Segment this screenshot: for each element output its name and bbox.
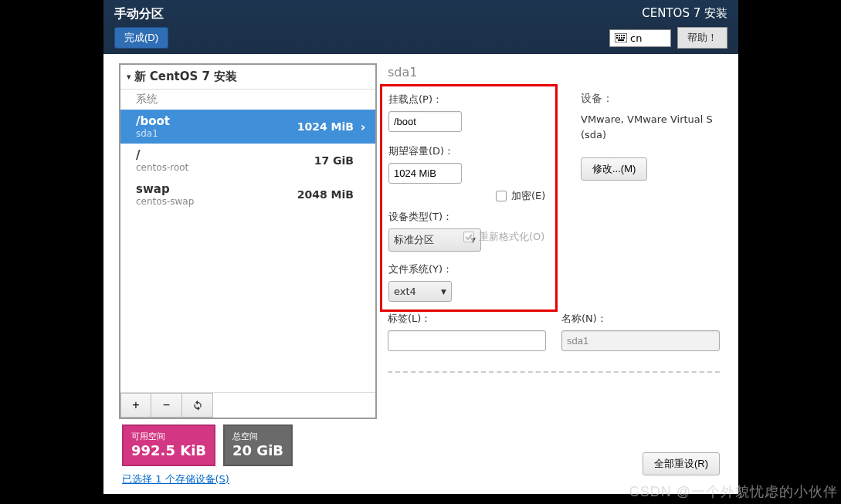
storage-devices-link[interactable]: 已选择 1 个存储设备(S) (122, 473, 229, 485)
name-input[interactable] (561, 330, 720, 351)
reset-all-button[interactable]: 全部重设(R) (643, 452, 720, 475)
footer: 可用空间 992.5 KiB 总空间 20 GiB 已选择 1 个存储设备(S)… (103, 425, 738, 494)
encrypt-label: 加密(E) (511, 189, 545, 203)
detail-title: sda1 (388, 65, 720, 79)
total-space-label: 总空间 (232, 431, 283, 442)
remove-partition-button[interactable]: − (151, 393, 182, 418)
svg-rect-3 (621, 35, 622, 36)
chevron-right-icon: › (358, 188, 368, 202)
svg-rect-8 (623, 37, 625, 39)
free-space-box: 可用空间 992.5 KiB (122, 425, 215, 466)
tree-root[interactable]: 新 CentOS 7 安装 (120, 65, 375, 90)
chevron-down-icon: ▼ (441, 288, 446, 296)
svg-rect-1 (616, 35, 618, 36)
keyboard-icon (615, 33, 627, 42)
desired-capacity-label: 期望容量(D)： (388, 144, 548, 158)
modify-device-button[interactable]: 修改...(M) (581, 157, 647, 181)
partition-row-swap[interactable]: swap centos-swap 2048 MiB › (120, 178, 375, 211)
page-title: 手动分区 (114, 6, 609, 22)
chevron-right-icon: › (358, 154, 368, 168)
body: 新 CentOS 7 安装 系统 /boot sda1 1024 MiB › /… (103, 54, 738, 419)
free-space-value: 992.5 KiB (131, 442, 206, 458)
add-partition-button[interactable]: + (120, 393, 151, 418)
svg-rect-2 (619, 35, 620, 36)
svg-rect-4 (623, 35, 625, 36)
partition-tree: 新 CentOS 7 安装 系统 /boot sda1 1024 MiB › /… (119, 63, 377, 419)
name-label: 名称(N)： (561, 312, 720, 326)
manual-partitioning-window: 手动分区 完成(D) CENTOS 7 安装 cn 帮助！ 新 CentOS 7… (103, 0, 738, 494)
header: 手动分区 完成(D) CENTOS 7 安装 cn 帮助！ (103, 0, 738, 54)
done-button[interactable]: 完成(D) (114, 27, 168, 49)
svg-rect-6 (619, 37, 620, 39)
chevron-right-icon: › (358, 120, 368, 134)
partition-row-root[interactable]: / centos-root 17 GiB › (120, 144, 375, 178)
tag-input[interactable] (388, 330, 546, 351)
device-heading: 设备： (581, 92, 720, 106)
partition-mount: / (136, 148, 188, 162)
product-title: CENTOS 7 安装 (609, 6, 727, 21)
divider (388, 371, 720, 373)
reload-button[interactable] (182, 393, 213, 418)
desired-capacity-input[interactable] (388, 163, 462, 184)
partition-size: 2048 MiB (297, 188, 354, 201)
mount-point-label: 挂载点(P)： (388, 93, 548, 107)
svg-rect-5 (616, 37, 618, 39)
free-space-label: 可用空间 (131, 431, 206, 442)
total-space-value: 20 GiB (232, 442, 283, 458)
device-description: VMware, VMware Virtual S (sda) (581, 112, 720, 142)
filesystem-select[interactable]: ext4▼ (388, 281, 452, 302)
encrypt-checkbox[interactable] (496, 191, 507, 201)
partition-device: centos-root (136, 162, 188, 173)
partition-mount: /boot (136, 114, 170, 128)
keyboard-layout-value: cn (630, 32, 642, 44)
partition-device: sda1 (136, 128, 170, 139)
reformat-label: 重新格式化(O) (479, 230, 544, 244)
keyboard-layout-selector[interactable]: cn (609, 29, 671, 47)
partition-toolbar: + − (120, 392, 375, 418)
tree-section-system: 系统 (120, 90, 375, 110)
partition-mount: swap (136, 182, 194, 196)
partition-size: 17 GiB (314, 154, 354, 167)
help-button[interactable]: 帮助！ (677, 27, 727, 49)
device-type-label: 设备类型(T)： (388, 210, 548, 224)
partition-row-boot[interactable]: /boot sda1 1024 MiB › (120, 110, 375, 144)
tag-label: 标签(L)： (388, 312, 546, 326)
mount-point-input[interactable] (388, 111, 462, 132)
svg-rect-7 (621, 37, 622, 39)
partition-detail: sda1 挂载点(P)： 期望容量(D)： 设备类型(T)： 标准分区▼ (388, 63, 738, 419)
svg-rect-9 (618, 39, 624, 41)
total-space-box: 总空间 20 GiB (223, 425, 293, 466)
filesystem-label: 文件系统(Y)： (388, 262, 548, 276)
reload-icon (192, 400, 203, 411)
partition-device: centos-swap (136, 196, 194, 207)
partition-size: 1024 MiB (297, 120, 354, 133)
reformat-checkbox[interactable] (463, 232, 474, 242)
